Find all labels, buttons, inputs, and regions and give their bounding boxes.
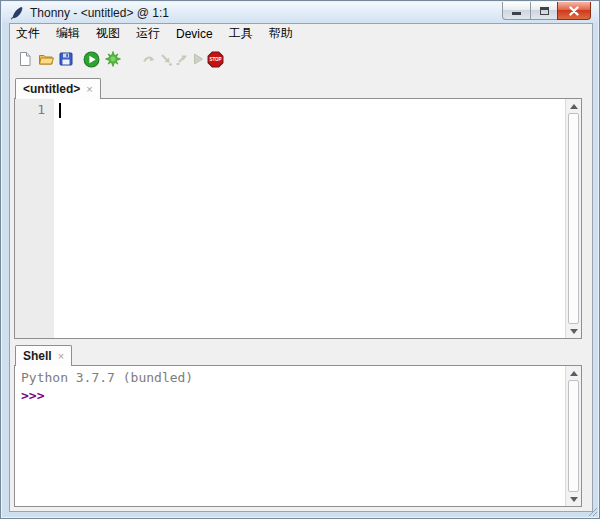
menu-tools[interactable]: 工具	[225, 23, 257, 44]
step-into-icon	[158, 51, 174, 67]
editor-scrollbar-thumb[interactable]	[568, 113, 579, 324]
debug-script-button[interactable]	[104, 50, 122, 68]
client-area: 文件 编辑 视图 运行 Device 工具 帮助	[9, 23, 593, 512]
minimize-icon	[512, 12, 521, 15]
code-editor-area[interactable]	[54, 99, 565, 338]
toolbar: STOP	[10, 43, 592, 76]
close-button[interactable]	[557, 2, 591, 20]
step-over-button[interactable]	[140, 50, 158, 68]
shell-tab-label: Shell	[23, 349, 52, 363]
run-script-button[interactable]	[82, 50, 100, 68]
menu-view[interactable]: 视图	[92, 23, 124, 44]
stop-icon: STOP	[207, 51, 224, 68]
shell-version-line: Python 3.7.7 (bundled)	[21, 369, 559, 387]
close-icon	[569, 6, 579, 16]
menu-help[interactable]: 帮助	[265, 23, 297, 44]
window-title: Thonny - <untitled> @ 1:1	[30, 6, 169, 20]
resume-icon	[190, 51, 206, 67]
shell-panel[interactable]: Python 3.7.7 (bundled) >>>	[14, 365, 582, 507]
save-icon	[58, 51, 74, 67]
menu-edit[interactable]: 编辑	[52, 23, 84, 44]
minimize-button[interactable]	[502, 2, 531, 20]
shell-prompt-line: >>>	[21, 387, 559, 405]
editor-tab-close-icon[interactable]: ×	[86, 84, 92, 95]
open-folder-icon	[38, 51, 54, 67]
editor-tab-label: <untitled>	[23, 82, 80, 96]
menu-file[interactable]: 文件	[12, 23, 44, 44]
maximize-button[interactable]	[530, 2, 558, 20]
line-number-gutter: 1	[15, 99, 54, 338]
shell-scrollbar-thumb[interactable]	[568, 380, 579, 492]
stop-label: STOP	[209, 57, 221, 62]
tab-untitled[interactable]: <untitled> ×	[15, 78, 101, 99]
scroll-up-arrow-icon[interactable]	[566, 366, 582, 380]
run-icon	[83, 51, 100, 68]
menu-run[interactable]: 运行	[132, 23, 164, 44]
new-file-button[interactable]	[16, 50, 34, 68]
new-file-icon	[17, 51, 33, 67]
scroll-down-arrow-icon[interactable]	[566, 324, 582, 338]
thonny-app-icon	[10, 6, 24, 20]
maximize-icon	[540, 7, 549, 15]
debug-bug-icon	[105, 51, 121, 67]
resume-button[interactable]	[189, 50, 207, 68]
open-file-button[interactable]	[37, 50, 55, 68]
editor-scrollbar[interactable]	[565, 99, 581, 338]
scroll-up-arrow-icon[interactable]	[566, 99, 582, 113]
shell-tab-close-icon[interactable]: ×	[58, 351, 64, 362]
caption-buttons	[503, 2, 591, 20]
text-caret	[59, 103, 61, 118]
step-out-icon	[174, 51, 190, 67]
stop-button[interactable]: STOP	[206, 50, 224, 68]
menu-bar: 文件 编辑 视图 运行 Device 工具 帮助	[10, 24, 592, 43]
editor-panel: 1	[14, 98, 582, 339]
line-number: 1	[37, 102, 45, 117]
shell-scrollbar[interactable]	[565, 366, 581, 506]
scroll-down-arrow-icon[interactable]	[566, 492, 582, 506]
step-over-icon	[141, 51, 157, 67]
save-file-button[interactable]	[57, 50, 75, 68]
thonny-window: Thonny - <untitled> @ 1:1 文件 编辑 视图 运行 De…	[0, 0, 600, 519]
menu-device[interactable]: Device	[172, 25, 217, 43]
shell-output: Python 3.7.7 (bundled) >>>	[15, 366, 565, 506]
tab-shell[interactable]: Shell ×	[15, 345, 72, 366]
